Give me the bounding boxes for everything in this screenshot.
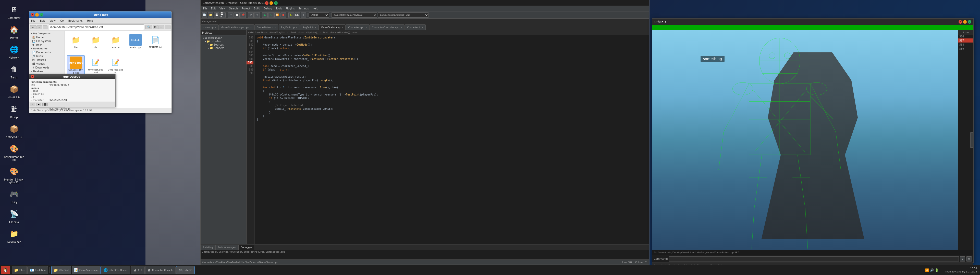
fm-file-maincpp[interactable]: C++ main.cpp bbox=[127, 33, 145, 53]
desktop-icon-entityx[interactable]: 📦 entityx-1.1.2 bbox=[3, 122, 25, 139]
fm-up-button[interactable]: ↑ bbox=[43, 25, 48, 29]
cb-menu-tools[interactable]: Tools bbox=[274, 6, 283, 10]
urho3d-close-button[interactable]: ✕ bbox=[959, 20, 962, 24]
cb-tree-sources[interactable]: ▸ 📁 Sources bbox=[202, 43, 245, 46]
sidebar-item-videos[interactable]: 🎬 Videos bbox=[29, 62, 65, 66]
sidebar-item-downloads[interactable]: ⬇ Downloads bbox=[29, 66, 65, 70]
fm-menu-help[interactable]: Help bbox=[86, 19, 94, 23]
cb-tree-workspace[interactable]: ▾ 🖥 Workspace bbox=[202, 36, 245, 40]
cb-menu-build[interactable]: Build bbox=[252, 6, 262, 10]
fm-menu-view[interactable]: View bbox=[48, 19, 57, 23]
cb-tab-characterh[interactable]: Character.h × bbox=[405, 24, 426, 30]
cb-close-button[interactable]: ✕ bbox=[265, 1, 269, 5]
cb-tab-gscpp-close[interactable]: × bbox=[342, 26, 344, 28]
cb-menu-project[interactable]: Project bbox=[240, 6, 251, 10]
fm-file-bin[interactable]: 📁 bin bbox=[67, 33, 85, 53]
cb-tab-maincpp[interactable]: main.cpp × bbox=[200, 24, 219, 30]
desktop-icon-basehuman[interactable]: 🎨 BaseHuman.blend bbox=[3, 142, 25, 162]
desktop-icon-newfolder[interactable]: 📁 NewFolder bbox=[3, 227, 25, 245]
desktop-icon-filezilla[interactable]: 📡 FileZilla bbox=[3, 207, 25, 224]
fm-back-button[interactable]: ← bbox=[30, 25, 36, 29]
cb-stop-button[interactable]: ⏹ bbox=[280, 12, 286, 18]
fm-file-urhotest[interactable]: UrhoTest UrhoTest.UrhoTest bbox=[67, 55, 85, 76]
fm-address-bar[interactable]: /home/testx/Desktop/NewFolder/UrhoTest bbox=[49, 24, 144, 30]
cb-tab-ragdoll[interactable]: RagDoll.cpp × bbox=[279, 24, 300, 30]
desktop-icon-trash[interactable]: 🗑 Trash bbox=[3, 62, 25, 80]
cb-run-button[interactable]: ▷ bbox=[268, 12, 274, 18]
cb-tab-gsh-close[interactable]: × bbox=[274, 26, 276, 29]
cb-tab-ragdollh[interactable]: RagDoll.h × bbox=[300, 24, 319, 30]
cb-debug-cont-button[interactable]: ▶▶ bbox=[294, 12, 300, 18]
taskbar-btn-urho3ddoc[interactable]: 🌐 Urho3D – Docu... bbox=[101, 266, 130, 274]
urho3d-max-button[interactable]: □ bbox=[968, 20, 971, 24]
taskbar-btn-x11[interactable]: 🖥 X11 bbox=[131, 266, 145, 274]
fm-menu-go[interactable]: Go bbox=[59, 19, 65, 23]
cb-save-button[interactable]: 💾 bbox=[214, 12, 220, 18]
cb-menu-file[interactable]: File bbox=[202, 6, 209, 10]
urho3d-command-input[interactable] bbox=[669, 256, 959, 261]
cb-paste-button[interactable]: 📌 bbox=[240, 12, 246, 18]
taskbar-btn-evolution[interactable]: 📧 Evolution bbox=[27, 266, 48, 274]
sidebar-item-music[interactable]: 🎵 Music bbox=[29, 54, 65, 58]
urho3d-cmd-clear-button[interactable]: ✕ bbox=[966, 256, 972, 261]
cb-redo-button[interactable]: ↪ bbox=[254, 12, 260, 18]
fm-file-depend[interactable]: 📝 UrhoTest.depend bbox=[87, 55, 105, 76]
sidebar-item-documents[interactable]: 📄 Documents bbox=[29, 51, 65, 54]
fm-file-source[interactable]: 📁 source bbox=[107, 33, 124, 53]
cb-tab-gamestates-h[interactable]: GameStates.h × bbox=[255, 24, 278, 30]
cb-tab-charcontroller[interactable]: CharacterController.cpp × bbox=[370, 24, 405, 30]
fm-menu-file[interactable]: File bbox=[30, 19, 37, 23]
desktop-icon-btz[interactable]: 🗜 BT.zip bbox=[3, 102, 25, 120]
fm-more-button[interactable]: ⋮ bbox=[165, 25, 170, 29]
cb-menu-edit[interactable]: Edit bbox=[210, 6, 218, 10]
cb-tree-urhotest[interactable]: ▾ 📁 UrhoTest bbox=[202, 40, 245, 43]
cb-code-content[interactable]: void GameState::GamePlayState::ZombieSen… bbox=[255, 35, 649, 244]
window-close-button[interactable]: ✕ bbox=[30, 13, 34, 17]
cb-tab-character[interactable]: Character.cpp × bbox=[346, 24, 369, 30]
cb-btab-buildmsg[interactable]: Build messages bbox=[215, 245, 238, 250]
cb-tab-ragdollh-close[interactable]: × bbox=[315, 26, 317, 29]
cb-menu-search[interactable]: Search bbox=[228, 6, 239, 10]
cb-tab-cc-close[interactable]: × bbox=[401, 26, 402, 29]
cb-max-button[interactable]: □ bbox=[274, 1, 278, 5]
cb-tab-gamestatemanager[interactable]: GameStateManager.cpp × bbox=[219, 24, 254, 30]
urho3d-min-button[interactable]: − bbox=[963, 20, 967, 24]
cb-compiler-dropdown[interactable]: Debug Release bbox=[309, 13, 329, 17]
desktop-icon-home[interactable]: 🏠 Home bbox=[3, 22, 25, 40]
fm-search-button[interactable]: 🔍 bbox=[145, 25, 152, 29]
cb-btab-debugger[interactable]: Debugger bbox=[239, 245, 255, 250]
sidebar-item-home[interactable]: 🏠 Home bbox=[29, 35, 65, 39]
window-maximize-button[interactable]: □ bbox=[40, 13, 43, 17]
sidebar-item-pictures[interactable]: 🖼 Pictures bbox=[29, 58, 65, 62]
cb-saveall-button[interactable]: 💾+ bbox=[220, 12, 226, 18]
cb-debug-next-button[interactable]: ⤵ bbox=[301, 12, 306, 18]
cb-tab-gamestates-cpp[interactable]: GameStates.cpp × bbox=[319, 24, 345, 30]
urho3d-cmd-send-button[interactable]: ▶ bbox=[960, 256, 965, 261]
desktop-icon-rttr[interactable]: 📦 rttr-0.9.6 bbox=[3, 82, 25, 100]
cb-new-button[interactable]: 📄 bbox=[202, 12, 207, 18]
cb-min-button[interactable]: − bbox=[269, 1, 273, 5]
cb-tab-charh-close[interactable]: × bbox=[422, 26, 423, 29]
cb-menu-settings[interactable]: Settings bbox=[297, 6, 310, 10]
sidebar-item-filesystem[interactable]: 💾 File System bbox=[29, 39, 65, 43]
cb-tab-char-close[interactable]: × bbox=[365, 26, 367, 29]
fm-file-readme[interactable]: 📄 README.txt bbox=[146, 33, 164, 53]
cb-copy-button[interactable]: 📋 bbox=[234, 12, 240, 18]
cb-tab-ragdoll-close[interactable]: × bbox=[296, 26, 298, 29]
taskbar-btn-urho3d[interactable]: 🎮 Urho3D bbox=[176, 266, 195, 274]
window-minimize-button[interactable]: − bbox=[35, 13, 39, 17]
desktop-icon-unity[interactable]: 🎮 Unity bbox=[3, 187, 25, 205]
taskbar-btn-files[interactable]: 📁 Files bbox=[12, 266, 27, 274]
cb-open-button[interactable]: 📁 bbox=[208, 12, 213, 18]
debugger-btn2[interactable]: ▶ bbox=[37, 103, 41, 106]
taskbar-btn-gamestates[interactable]: 📝 GameStates.cpp bbox=[72, 266, 101, 274]
urho3d-side-expand[interactable]: › bbox=[970, 133, 974, 148]
cb-function-dropdown[interactable]: ZombieSensorUpdate() : void bbox=[378, 13, 429, 17]
debugger-close-button[interactable]: ✕ bbox=[30, 75, 34, 78]
urho3d-scene[interactable]: something bbox=[652, 30, 974, 250]
cb-tab-gm-close[interactable]: × bbox=[250, 26, 252, 29]
cb-menu-plugins[interactable]: Plugins bbox=[284, 6, 296, 10]
sidebar-item-trash[interactable]: 🗑 Trash bbox=[29, 43, 65, 47]
cb-buildrun-button[interactable]: ⏩ bbox=[274, 12, 280, 18]
fm-file-obj[interactable]: 📁 obj bbox=[87, 33, 105, 53]
